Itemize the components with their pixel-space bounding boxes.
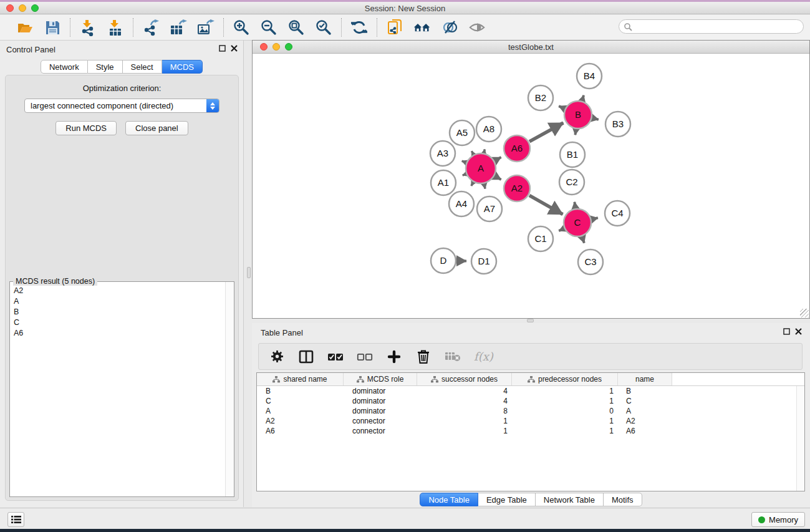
graph-node-label-A4: A4 (456, 198, 467, 209)
tab-network[interactable]: Network (41, 60, 88, 74)
table-tabs: Node Table Edge Table Network Table Moti… (252, 493, 810, 506)
column-settings-gear-icon[interactable] (269, 349, 285, 365)
status-bar: Memory (0, 508, 810, 529)
table-row[interactable]: Adominator80A (257, 406, 796, 416)
hide-selected-icon[interactable] (441, 19, 458, 36)
table-scrollbar[interactable] (796, 386, 804, 491)
memory-button[interactable]: Memory (751, 512, 805, 527)
result-item[interactable]: C (11, 317, 225, 328)
column-header-mcds-role[interactable]: MCDS role (344, 373, 417, 385)
splitter-grip-left[interactable] (247, 267, 251, 278)
graph-edge-C-C2[interactable] (574, 202, 575, 208)
mcds-result-box: MCDS result (5 nodes) A2ABCA6 (9, 281, 234, 497)
result-list-scrollbar[interactable] (225, 282, 234, 496)
graph-edge-A-A5[interactable] (471, 151, 473, 154)
home-pair-icon[interactable] (413, 19, 431, 36)
search-field[interactable] (619, 19, 804, 34)
graph-edge-A2-C[interactable] (529, 195, 563, 214)
window-resize-grip[interactable] (800, 309, 809, 317)
tab-style[interactable]: Style (88, 60, 123, 74)
graph-edge-A-A6[interactable] (495, 157, 501, 160)
zoom-in-icon[interactable] (233, 19, 250, 36)
tab-mcds[interactable]: MCDS (162, 60, 203, 74)
network-document-icon[interactable] (386, 19, 403, 36)
graph-edge-C-C4[interactable] (592, 218, 597, 219)
column-header-name[interactable]: name (618, 373, 672, 385)
table-panel: Table Panel (252, 323, 810, 507)
result-item[interactable]: B (11, 307, 225, 317)
show-column-icon[interactable] (298, 349, 314, 365)
network-graph: B4B2BB3A5A8A6A3AA1B1C2A2A4A7C4CC1C3DD1 (253, 54, 809, 318)
optimization-criterion-label: Optimization criterion: (6, 84, 238, 93)
node-table-header: shared name MCDS role successor nodes pr… (257, 373, 804, 386)
column-header-predecessor-nodes[interactable]: predecessor nodes (512, 373, 618, 385)
export-network-icon[interactable] (142, 19, 160, 36)
graph-edge-A-A7[interactable] (484, 184, 485, 188)
tab-select[interactable]: Select (123, 60, 162, 74)
graph-edge-A-A3[interactable] (462, 161, 466, 162)
splitter-grip-bottom[interactable] (527, 319, 534, 322)
main-toolbar (0, 15, 810, 41)
graph-edge-B-B3[interactable] (592, 118, 598, 119)
open-file-icon[interactable] (16, 19, 34, 36)
graph-edge-B-B4[interactable] (582, 95, 584, 100)
network-window-titlebar[interactable]: testGlobe.txt (253, 41, 809, 54)
table-row[interactable]: Cdominator41C (257, 396, 796, 406)
refresh-icon[interactable] (350, 19, 368, 36)
close-panel-button[interactable]: Close panel (125, 121, 188, 135)
graph-edge-B-B1[interactable] (575, 130, 576, 135)
delete-table-icon[interactable] (445, 349, 461, 365)
table-row[interactable]: A2connector11A2 (257, 416, 796, 426)
hierarchy-icon (357, 376, 364, 383)
deselect-all-checkboxes-icon[interactable] (357, 349, 373, 365)
graph-edge-B-B2[interactable] (559, 106, 564, 109)
tab-network-table[interactable]: Network Table (536, 493, 604, 506)
dropdown-stepper-icon (206, 99, 219, 112)
graph-node-label-C1: C1 (534, 233, 546, 244)
float-panel-icon[interactable] (219, 45, 226, 52)
export-table-icon[interactable] (170, 19, 187, 36)
result-item[interactable]: A2 (11, 286, 225, 296)
run-mcds-button[interactable]: Run MCDS (55, 121, 117, 135)
close-panel-icon[interactable] (231, 45, 238, 52)
network-view-window: testGlobe.txt B4B2BB3A5A8A6A3AA1B1C2A2A4… (252, 40, 810, 319)
show-details-eye-icon[interactable] (468, 19, 486, 36)
import-table-icon[interactable] (107, 19, 124, 36)
delete-column-icon[interactable] (415, 349, 432, 365)
column-header-successor-nodes[interactable]: successor nodes (417, 373, 512, 385)
zoom-fit-icon[interactable] (287, 19, 305, 36)
list-icon (11, 515, 21, 524)
graph-edge-A-A2[interactable] (495, 177, 501, 180)
close-table-panel-icon[interactable] (795, 328, 802, 335)
network-canvas[interactable]: B4B2BB3A5A8A6A3AA1B1C2A2A4A7C4CC1C3DD1 (253, 54, 809, 318)
add-column-icon[interactable] (386, 349, 402, 365)
desktop-background-bottom (0, 529, 810, 532)
graph-edge-C-C3[interactable] (582, 237, 584, 243)
tab-node-table[interactable]: Node Table (420, 493, 478, 506)
tab-edge-table[interactable]: Edge Table (478, 493, 536, 506)
hierarchy-icon (272, 376, 280, 383)
select-all-checkboxes-icon[interactable] (327, 349, 344, 365)
save-session-icon[interactable] (44, 19, 61, 36)
main-titlebar[interactable]: Session: New Session (0, 2, 810, 14)
graph-edge-A-A4[interactable] (471, 183, 473, 186)
import-network-icon[interactable] (79, 19, 97, 36)
graph-edge-A6-B[interactable] (529, 123, 563, 142)
graph-edge-A-A8[interactable] (484, 149, 485, 152)
result-item[interactable]: A6 (11, 328, 225, 339)
table-row[interactable]: A6connector11A6 (257, 426, 796, 436)
table-row[interactable]: Bdominator41B (257, 386, 796, 396)
tab-motifs[interactable]: Motifs (604, 493, 642, 506)
zoom-selected-icon[interactable] (315, 19, 332, 36)
task-history-button[interactable] (7, 512, 24, 527)
graph-edge-C-C1[interactable] (559, 229, 564, 231)
table-panel-title: Table Panel (261, 328, 303, 337)
optimization-criterion-dropdown[interactable]: largest connected component (directed) (24, 99, 219, 113)
float-table-panel-icon[interactable] (783, 328, 790, 335)
export-image-icon[interactable] (197, 19, 215, 36)
column-header-shared-name[interactable]: shared name (257, 373, 344, 385)
function-builder-icon[interactable]: f(x) (474, 350, 493, 363)
graph-edge-A-A1[interactable] (463, 174, 466, 175)
zoom-out-icon[interactable] (260, 19, 277, 36)
result-item[interactable]: A (11, 296, 225, 307)
